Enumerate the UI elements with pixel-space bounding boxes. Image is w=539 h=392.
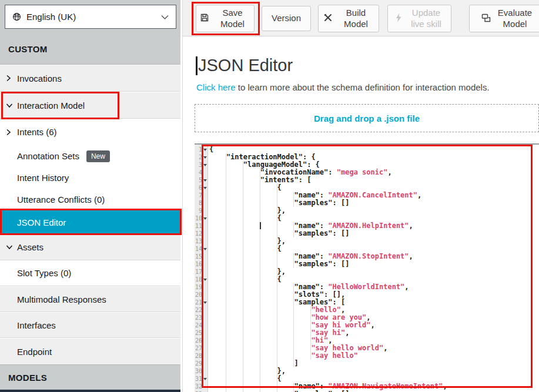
sidebar-item-annotation-sets[interactable]: Annotation Sets New [0,145,180,167]
code-line: "say hi", [209,329,539,337]
json-code-editor[interactable]: 1234567891011121314151617181920212223242… [195,143,539,392]
fold-arrow-icon[interactable] [202,161,207,169]
floppy-disk-icon [200,13,209,24]
subtitle: Click here to learn more about the schem… [196,82,490,92]
json-dropzone[interactable]: Drag and drop a .json file [195,104,539,132]
fold-arrow-icon[interactable] [202,299,207,306]
gutter-line: 23 [195,314,207,321]
gutter-line: 9 [195,207,207,215]
dropzone-label: Drag and drop a .json file [314,113,420,123]
sidebar-item-slot-types[interactable]: Slot Types (0) [0,260,180,286]
sidebar-section-models-header: MODELS [0,364,180,390]
code-line: "name": "HelloWorldIntent", [209,283,539,291]
gutter-line: 12 [195,230,207,237]
gutter-line: 8 [195,199,207,207]
fold-arrow-icon[interactable] [202,176,207,184]
gutter-line: 6 [195,184,207,192]
fold-arrow-icon[interactable] [202,153,207,161]
globe-icon [12,12,21,21]
code-line: ] [209,360,539,367]
code-line: "say hello" [209,352,539,360]
code-line: "samples": [] [209,230,539,237]
sidebar-section-models: MODELS [8,373,47,383]
code-line: "invocationName": "mega sonic", [209,169,539,176]
gutter-line: 18 [195,276,207,283]
gutter-line: 19 [195,283,207,291]
language-selector-value: English (UK) [26,12,161,22]
code-line: "hello", [209,306,539,314]
gutter-line: 32 [195,383,207,390]
sidebar-item-json-editor[interactable]: JSON Editor [0,210,180,234]
gutter-line: 31 [195,375,207,383]
sidebar: English (UK) CUSTOM Invocations Interact… [0,0,180,392]
sidebar-item-interaction-model[interactable]: Interaction Model [0,92,180,119]
gutter-line: 28 [195,352,207,360]
sidebar-item-intents[interactable]: Intents (6) [0,119,180,145]
sidebar-bottom-bar [0,390,180,392]
chevron-right-icon [6,129,17,136]
toolbar: Save Model Version Build Model Update li… [183,0,539,36]
update-live-skill-button[interactable]: Update live skill [387,5,451,32]
gutter-line: 5 [195,176,207,184]
fold-arrow-icon[interactable] [202,276,207,283]
sidebar-item-multimodal-responses[interactable]: Multimodal Responses [0,287,180,312]
fold-arrow-icon[interactable] [202,184,207,192]
editor-code[interactable]: {"interactionModel": {"languageModel": {… [208,145,539,392]
gutter-line: 3 [195,161,207,169]
sidebar-section-custom: CUSTOM [8,44,48,54]
gutter-line: 26 [195,337,207,344]
sidebar-item-intent-history[interactable]: Intent History [0,167,180,189]
code-line: }, [209,268,539,276]
gutter-line: 2 [195,153,207,161]
editor-cursor [260,222,261,229]
fold-arrow-icon[interactable] [202,375,207,383]
sidebar-item-invocations[interactable]: Invocations [0,65,180,92]
evaluate-model-button[interactable]: Evaluate Model [469,5,539,32]
chevron-right-icon [6,75,17,82]
sidebar-item-endpoint[interactable]: Endpoint [0,339,180,364]
version-button[interactable]: Version [262,6,311,31]
chevron-down-icon [6,244,17,250]
code-line: "intents": [ [209,176,539,184]
code-line: "name": "AMAZON.CancelIntent", [209,192,539,199]
main-content: Save Model Version Build Model Update li… [182,0,539,392]
save-model-button[interactable]: Save Model [196,5,255,32]
page-title: JSON Editor [196,56,293,75]
fold-arrow-icon[interactable] [202,245,207,253]
sidebar-top: English (UK) CUSTOM [0,0,180,65]
sidebar-item-assets[interactable]: Assets [0,234,180,260]
gutter-line: 13 [195,237,207,245]
chevron-down-icon [6,103,17,108]
language-selector[interactable]: English (UK) [5,5,176,29]
sidebar-item-utterance-conflicts[interactable]: Utterance Conflicts (0) [0,189,180,210]
gutter-line: 7 [195,192,207,199]
gutter-line: 24 [195,321,207,329]
editor-gutter: 1234567891011121314151617181920212223242… [195,145,208,392]
gutter-line: 16 [195,260,207,268]
code-line: "say hello world", [209,344,539,352]
gutter-line: 14 [195,245,207,253]
gutter-line: 22 [195,306,207,314]
gutter-line: 25 [195,329,207,337]
new-badge: New [86,150,110,162]
gutter-line: 4 [195,169,207,176]
gutter-line: 27 [195,344,207,352]
text-cursor [196,56,197,75]
code-line: "name": "AMAZON.NavigateHomeIntent", [209,383,539,390]
chevron-down-icon [161,12,169,22]
fold-arrow-icon[interactable] [202,146,207,153]
build-model-button[interactable]: Build Model [318,5,379,32]
gutter-line: 29 [195,360,207,367]
gutter-line: 1 [195,146,207,153]
fold-arrow-icon[interactable] [202,215,207,222]
code-line: "name": "AMAZON.HelpIntent", [209,222,539,230]
click-here-link[interactable]: Click here [196,82,236,92]
code-line: "name": "AMAZON.StopIntent", [209,253,539,260]
gutter-line: 20 [195,291,207,299]
code-line: "slots": [], [209,291,539,299]
code-line: "samples": [] [209,260,539,268]
code-line: }, [209,207,539,215]
code-line: }, [209,237,539,245]
gutter-line: 21 [195,299,207,306]
sidebar-item-interfaces[interactable]: Interfaces [0,313,180,338]
